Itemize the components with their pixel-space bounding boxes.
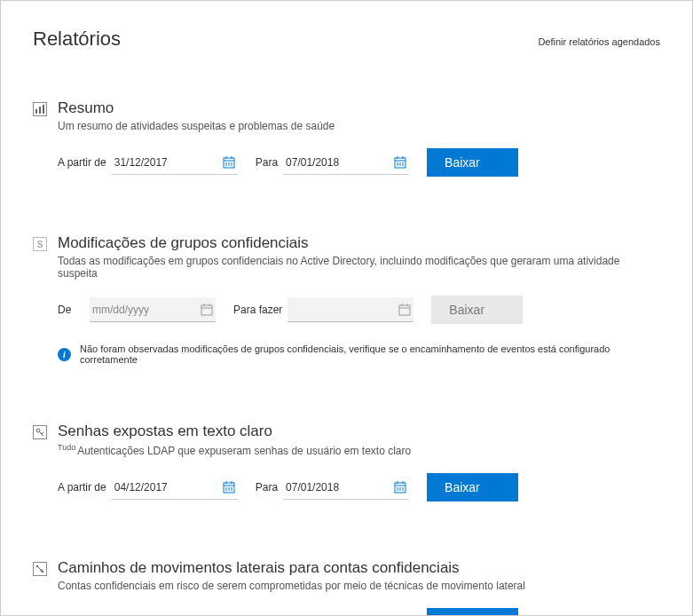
report-passwords: Senhas expostas em texto claro TudoAuten… [33,423,660,501]
groups-from-input[interactable]: mm/dd/yyyy [90,297,216,322]
report-lateral: Caminhos de movimentos laterais para con… [33,559,660,616]
passwords-from-input[interactable]: 04/12/2017 [112,475,238,500]
groups-info-text: Não foram observadas modificações de gru… [80,344,660,365]
report-groups: S Modificações de grupos confidenciais T… [33,234,660,365]
info-icon: i [58,348,71,361]
calendar-icon[interactable] [223,481,235,494]
report-summary: Resumo Um resumo de atividades suspeitas… [33,99,660,177]
groups-to-input[interactable] [287,297,413,322]
lateral-download-button[interactable]: Baixar [427,608,518,616]
svg-point-25 [36,429,40,432]
svg-rect-0 [35,109,37,114]
groups-to-label: Para fazer [233,304,282,316]
summary-from-label: A partir de [58,156,106,169]
svg-rect-2 [43,105,44,114]
key-icon [33,425,47,439]
calendar-icon[interactable] [394,156,406,169]
lateral-to-input[interactable]: 07/01/2018 [283,610,409,616]
lateral-icon [33,562,47,576]
report-groups-desc: Todas as modificações em grupos confiden… [58,255,660,280]
s-icon: S [33,237,47,251]
calendar-icon[interactable] [223,156,235,169]
passwords-to-input[interactable]: 07/01/2018 [283,475,409,500]
passwords-to-label: Para [256,481,278,494]
bar-chart-icon [33,102,47,116]
groups-download-button: Baixar [431,296,523,324]
groups-from-label: De [58,304,84,316]
svg-rect-1 [39,107,41,114]
svg-rect-17 [201,305,212,315]
report-passwords-title: Senhas expostas em texto claro [58,423,272,440]
summary-download-button[interactable]: Baixar [427,148,518,177]
calendar-icon[interactable] [201,304,213,316]
lateral-from-input[interactable]: 11/12/2017 [112,610,238,616]
report-summary-title: Resumo [58,99,114,117]
summary-to-input[interactable]: 07/01/2018 [283,150,409,175]
page-title: Relatórios [33,28,121,51]
svg-rect-21 [399,305,410,315]
summary-from-input[interactable]: 31/12/2017 [112,150,238,175]
calendar-icon[interactable] [394,481,406,494]
report-lateral-desc: Contas confidenciais em risco de serem c… [58,580,660,592]
report-passwords-desc: TudoAutenticações LDAP que expuseram sen… [58,443,660,457]
schedule-reports-link[interactable]: Definir relatórios agendados [538,36,660,47]
passwords-from-label: A partir de [58,481,106,494]
svg-line-27 [42,432,43,434]
svg-point-42 [36,565,38,567]
report-lateral-title: Caminhos de movimentos laterais para con… [58,559,460,577]
calendar-icon[interactable] [398,304,411,316]
report-groups-title: Modificações de grupos confidenciais [58,234,309,252]
report-summary-desc: Um resumo de atividades suspeitas e prob… [58,120,660,132]
svg-line-44 [38,567,42,571]
passwords-download-button[interactable]: Baixar [427,473,518,501]
summary-to-label: Para [256,156,278,169]
